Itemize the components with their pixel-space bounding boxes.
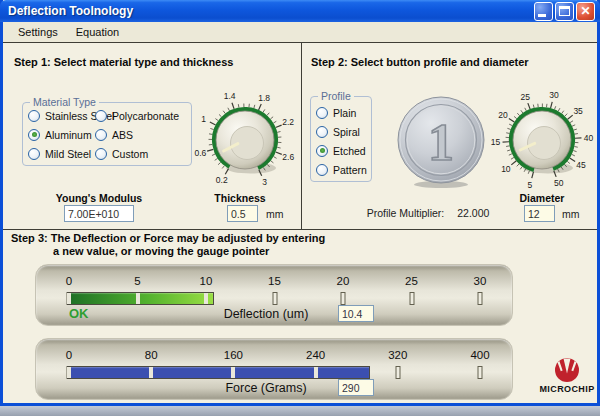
menu-bar: Settings Equation — [3, 22, 597, 42]
step1-header: Step 1: Select material type and thickne… — [14, 56, 233, 68]
deflection-caption: Deflection (um) — [166, 307, 366, 321]
radio-circle-icon[interactable] — [95, 110, 107, 122]
close-icon: ✕ — [577, 3, 594, 20]
svg-text:2.2: 2.2 — [282, 117, 294, 127]
main-content: Step 1: Select material type and thickne… — [3, 42, 597, 403]
svg-text:1.8: 1.8 — [258, 93, 270, 103]
radio-abs[interactable]: ABS — [95, 128, 179, 141]
profile-multiplier-value: 22.000 — [457, 207, 489, 219]
svg-text:5: 5 — [528, 180, 533, 190]
force-tick-label: 0 — [66, 349, 72, 361]
window-title: Deflection Toolnology — [8, 4, 532, 18]
radio-custom[interactable]: Custom — [95, 147, 179, 160]
step2-header: Step 2: Select button profile and diamet… — [311, 56, 529, 68]
deflection-bar-notch — [136, 293, 140, 304]
material-type-radios-col2: PolycarbonateABSCustom — [95, 109, 179, 160]
button-numeral: 1 — [428, 114, 454, 171]
radio-circle-icon[interactable] — [316, 164, 328, 176]
profile-multiplier: Profile Multiplier: 22.000 — [343, 207, 513, 219]
radio-label: Spiral — [333, 126, 360, 138]
force-tick-label: 320 — [388, 349, 407, 361]
window-title-bar[interactable]: Deflection Toolnology ✕ — [0, 0, 600, 22]
close-button[interactable]: ✕ — [576, 2, 595, 21]
radio-label: ABS — [112, 129, 133, 141]
minimize-button[interactable] — [534, 2, 553, 21]
deflection-tick-label: 15 — [268, 275, 281, 287]
radio-label: Etched — [333, 145, 366, 157]
microchip-icon — [552, 357, 582, 383]
svg-text:0.6: 0.6 — [194, 148, 206, 158]
deflection-status: OK — [69, 306, 89, 321]
svg-text:0.2: 0.2 — [216, 175, 228, 185]
minimize-icon — [538, 14, 546, 17]
deflection-tick-label: 0 — [66, 275, 72, 287]
maximize-button[interactable] — [555, 2, 574, 21]
radio-etched[interactable]: Etched — [316, 144, 367, 157]
svg-text:15: 15 — [491, 137, 501, 147]
radio-circle-icon[interactable] — [95, 129, 107, 141]
microchip-logo-text: MICROCHIP — [537, 384, 597, 394]
radio-circle-icon[interactable] — [316, 145, 328, 157]
menu-item-equation[interactable]: Equation — [67, 24, 128, 40]
radio-label: Polycarbonate — [112, 110, 179, 122]
youngs-modulus-input[interactable] — [64, 205, 134, 222]
deflection-tick-mark — [478, 292, 483, 305]
force-tick-label: 80 — [145, 349, 158, 361]
svg-text:10: 10 — [501, 164, 511, 174]
diameter-input[interactable] — [524, 205, 555, 222]
svg-text:30: 30 — [549, 90, 559, 100]
deflection-tick-label: 5 — [134, 275, 140, 287]
deflection-tick-label: 30 — [474, 275, 487, 287]
force-bar-notch — [67, 367, 71, 378]
radio-circle-icon[interactable] — [28, 148, 40, 160]
deflection-tick-mark — [272, 292, 277, 305]
svg-text:2.6: 2.6 — [282, 152, 294, 162]
profile-caption: Profile — [318, 90, 354, 102]
radio-polycarbonate[interactable]: Polycarbonate — [95, 109, 179, 122]
button-preview: 1 — [393, 92, 489, 188]
force-tick-mark — [478, 366, 483, 379]
deflection-value-input[interactable] — [338, 305, 374, 322]
radio-circle-icon[interactable] — [316, 126, 328, 138]
radio-label: Custom — [112, 148, 148, 160]
force-bar-notch — [149, 367, 153, 378]
svg-text:1: 1 — [201, 114, 206, 124]
thickness-input[interactable] — [227, 205, 258, 222]
svg-text:45: 45 — [576, 160, 586, 170]
deflection-gauge-bar[interactable] — [67, 292, 214, 305]
app-window: Deflection Toolnology ✕ Settings Equatio… — [0, 0, 600, 406]
section-divider-horizontal — [3, 229, 597, 230]
radio-plain[interactable]: Plain — [316, 106, 367, 119]
deflection-tick-mark — [341, 292, 346, 305]
radio-circle-icon[interactable] — [316, 107, 328, 119]
force-value-input[interactable] — [338, 379, 374, 396]
deflection-bar-notch — [204, 293, 208, 304]
thickness-knob[interactable]: 0.20.611.41.82.22.63 — [190, 85, 300, 195]
profile-radios: PlainSpiralEtchedPattern — [316, 106, 367, 176]
radio-circle-icon[interactable] — [95, 148, 107, 160]
menu-item-settings[interactable]: Settings — [9, 24, 67, 40]
deflection-tick-mark — [409, 292, 414, 305]
force-bar-notch — [231, 367, 235, 378]
diameter-unit: mm — [562, 208, 580, 220]
force-gauge: 080160240320400Force (Grams) — [35, 338, 513, 400]
radio-label: Mild Steel — [45, 148, 91, 160]
radio-label: Plain — [333, 107, 356, 119]
youngs-modulus-label: Young's Modulus — [39, 192, 159, 204]
profile-multiplier-label: Profile Multiplier: — [367, 207, 445, 219]
radio-circle-icon[interactable] — [28, 110, 40, 122]
svg-text:40: 40 — [584, 133, 594, 143]
diameter-knob[interactable]: 5101520253035404550 — [487, 85, 597, 195]
diameter-label: Diameter — [502, 192, 582, 204]
svg-text:35: 35 — [573, 106, 583, 116]
deflection-gauge: 051015202530OKDeflection (um) — [35, 264, 513, 326]
force-tick-label: 160 — [224, 349, 243, 361]
thickness-label: Thickness — [200, 192, 280, 204]
force-gauge-bar[interactable] — [67, 366, 370, 379]
radio-circle-icon[interactable] — [28, 129, 40, 141]
radio-label: Pattern — [333, 164, 367, 176]
radio-spiral[interactable]: Spiral — [316, 125, 367, 138]
radio-pattern[interactable]: Pattern — [316, 163, 367, 176]
background-taskbar-strip — [0, 406, 600, 416]
radio-label: Aluminum — [45, 129, 92, 141]
